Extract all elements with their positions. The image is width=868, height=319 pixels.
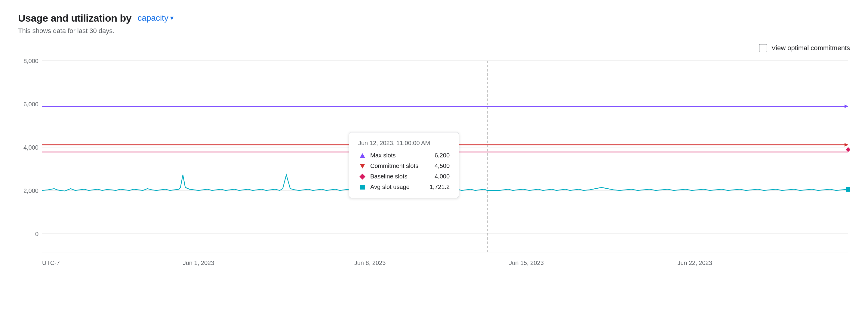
baseline-slots-label: Baseline slots: [370, 173, 407, 180]
tooltip-row-max-slots: Max slots 6,200: [358, 152, 450, 159]
svg-text:8,000: 8,000: [24, 58, 38, 64]
svg-text:Jun 15, 2023: Jun 15, 2023: [509, 259, 544, 266]
checkbox-label-text: View optimal commitments: [771, 44, 850, 52]
view-optimal-commitments-checkbox[interactable]: [759, 44, 767, 52]
triangle-up-icon: [360, 153, 365, 158]
subtitle: This shows data for last 30 days.: [18, 27, 850, 35]
chart-tooltip: Jun 12, 2023, 11:00:00 AM Max slots 6,20…: [349, 132, 459, 198]
dropdown-label: capacity: [137, 13, 168, 23]
max-slots-label: Max slots: [370, 152, 396, 159]
avg-slot-usage-icon: [358, 184, 367, 190]
svg-text:Jun 1, 2023: Jun 1, 2023: [183, 259, 214, 266]
view-optimal-commitments-label[interactable]: View optimal commitments: [759, 44, 850, 52]
commitment-slots-icon: [358, 164, 367, 169]
svg-marker-17: [844, 105, 848, 108]
tooltip-left-max-slots: Max slots: [358, 152, 396, 159]
triangle-down-icon: [360, 164, 365, 169]
page-title: Usage and utilization by: [18, 12, 131, 24]
svg-text:UTC-7: UTC-7: [42, 259, 60, 266]
svg-text:0: 0: [35, 231, 38, 237]
page: Usage and utilization by capacity ▾ This…: [0, 0, 868, 319]
chart-area: 0 2,000 4,000 6,000 8,000 UTC-7 Jun 1, 2…: [18, 58, 850, 274]
svg-text:4,000: 4,000: [24, 144, 38, 151]
chevron-down-icon: ▾: [170, 14, 174, 22]
avg-slot-usage-label: Avg slot usage: [370, 183, 410, 190]
max-slots-icon: [358, 153, 367, 158]
baseline-slots-value: 4,000: [426, 173, 450, 180]
svg-marker-21: [846, 147, 850, 152]
diamond-icon: [360, 174, 365, 180]
commitment-slots-label: Commitment slots: [370, 163, 418, 169]
groupby-dropdown[interactable]: capacity ▾: [135, 12, 176, 24]
tooltip-left-commitment: Commitment slots: [358, 163, 418, 169]
svg-text:Jun 22, 2023: Jun 22, 2023: [677, 259, 712, 266]
svg-rect-23: [846, 187, 850, 192]
svg-text:6,000: 6,000: [24, 101, 38, 108]
svg-text:Jun 8, 2023: Jun 8, 2023: [354, 259, 386, 266]
chart-controls: View optimal commitments: [18, 44, 850, 52]
commitment-slots-value: 4,500: [426, 163, 450, 169]
square-icon: [360, 185, 365, 189]
tooltip-row-avg-slot-usage: Avg slot usage 1,721.2: [358, 183, 450, 190]
max-slots-value: 6,200: [426, 152, 450, 159]
svg-marker-19: [844, 143, 848, 147]
tooltip-row-baseline-slots: Baseline slots 4,000: [358, 173, 450, 180]
baseline-slots-icon: [358, 174, 367, 179]
svg-text:2,000: 2,000: [24, 187, 38, 194]
tooltip-left-avg: Avg slot usage: [358, 183, 410, 190]
header-row: Usage and utilization by capacity ▾: [18, 12, 850, 24]
avg-slot-usage-value: 1,721.2: [426, 183, 450, 190]
tooltip-left-baseline: Baseline slots: [358, 173, 407, 180]
tooltip-timestamp: Jun 12, 2023, 11:00:00 AM: [358, 140, 450, 147]
tooltip-row-commitment-slots: Commitment slots 4,500: [358, 163, 450, 169]
